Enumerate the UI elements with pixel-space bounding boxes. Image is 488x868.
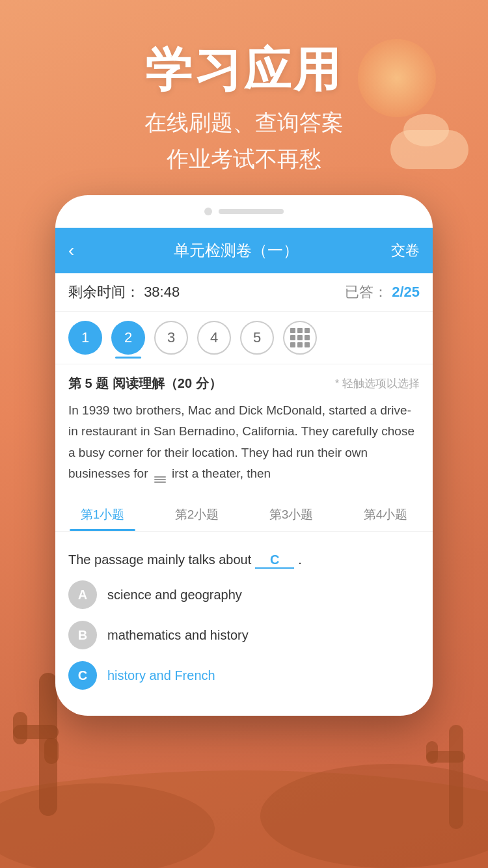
passage-question-area: The passage mainly talks about C . A sci… [55,542,433,696]
grid-dot [297,328,303,333]
passage-text-after: . [298,552,302,567]
question-passage: In 1939 two brothers, Mac and Dick McDon… [68,400,420,484]
question-content-area: 第 5 题 阅读理解（20 分） * 轻触选项以选择 In 1939 two b… [55,364,433,498]
option-b[interactable]: B mathematics and history [68,621,420,649]
answered-label: 已答： [345,284,388,300]
passage-text-before: The passage mainly talks about [68,552,251,567]
options-list: A science and geography B mathematics an… [68,580,420,690]
speaker-dot [204,208,212,215]
app-subtitle1: 在线刷题、查询答案 [0,108,488,138]
svg-rect-3 [13,712,27,744]
answered-count: 2/25 [392,284,420,300]
question-grid-button[interactable] [283,321,317,355]
grid-dot [305,328,310,333]
timer-value: 38:48 [144,284,180,300]
timer-bar: 剩余时间： 38:48 已答： 2/25 [55,273,433,312]
svg-rect-4 [44,738,59,764]
sub-tab-3[interactable]: 第3小题 [244,498,338,531]
phone-speaker-bar [55,195,433,228]
option-a-letter: A [78,588,87,603]
question-num-5[interactable]: 5 [240,321,274,355]
timer-display: 剩余时间： 38:48 [68,282,180,302]
svg-rect-7 [426,741,438,764]
option-b-circle: B [68,621,97,649]
grid-dot [305,342,310,347]
option-c[interactable]: C history and French [68,661,420,690]
timer-label: 剩余时间： [68,284,140,300]
sub-question-tabs: 第1小题 第2小题 第3小题 第4小题 [55,498,433,532]
question-num-3[interactable]: 3 [154,321,188,355]
question-header: 第 5 题 阅读理解（20 分） * 轻触选项以选择 [68,375,420,392]
app-header-area: 学习应用 在线刷题、查询答案 作业考试不再愁 [0,0,488,174]
sub-tab-1[interactable]: 第1小题 [55,498,150,531]
passage-answer: C [255,552,294,569]
grid-dot [297,335,303,340]
option-b-text: mathematics and history [107,628,249,643]
option-b-letter: B [78,628,87,643]
app-nav-header: ‹ 单元检测卷（一） 交卷 [55,228,433,273]
app-subtitle2: 作业考试不再愁 [0,144,488,174]
submit-button[interactable]: 交卷 [391,241,420,260]
question-title: 第 5 题 阅读理解（20 分） [68,375,222,392]
question-numbers-row: 1 2 3 4 5 [55,312,433,364]
option-c-text: history and French [107,668,215,683]
option-a-circle: A [68,580,97,609]
grid-dot [290,328,295,333]
grid-dots-icon [290,328,310,347]
phone-mockup: ‹ 单元检测卷（一） 交卷 剩余时间： 38:48 已答： 2/25 1 2 3… [55,195,433,716]
header-title: 单元检测卷（一） [81,240,391,261]
grid-dot [305,335,310,340]
option-c-letter: C [78,668,87,683]
option-a-text: science and geography [107,588,242,603]
option-a[interactable]: A science and geography [68,580,420,609]
passage-question-text: The passage mainly talks about C . [68,552,420,569]
grid-dot [290,335,295,340]
back-button[interactable]: ‹ [68,240,74,261]
grid-dot [290,342,295,347]
app-title: 学习应用 [0,39,488,102]
speaker-bar [219,209,284,214]
question-hint: * 轻触选项以选择 [335,376,420,391]
question-num-4[interactable]: 4 [197,321,231,355]
answered-display: 已答： 2/25 [345,282,420,302]
sub-tab-4[interactable]: 第4小题 [338,498,433,531]
sub-tab-2[interactable]: 第2小题 [150,498,244,531]
question-num-1[interactable]: 1 [68,321,102,355]
grid-dot [297,342,303,347]
option-c-circle: C [68,661,97,690]
question-num-2[interactable]: 2 [111,321,145,355]
